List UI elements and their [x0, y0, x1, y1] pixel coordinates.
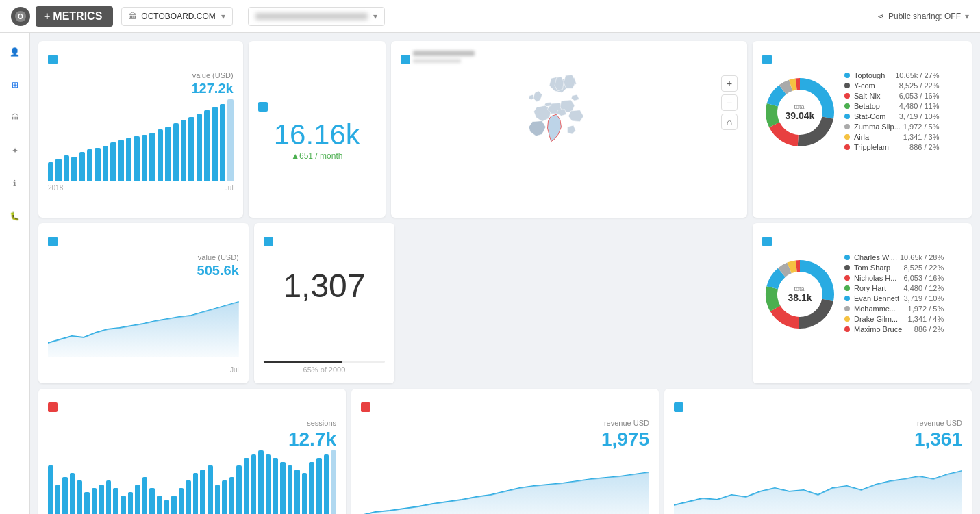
- bar-item: [197, 114, 202, 181]
- bottom-bar-item: [186, 480, 191, 514]
- bottom-bar-item: [244, 458, 249, 514]
- legend-name: Toptough: [854, 71, 892, 79]
- bar-item: [149, 133, 155, 181]
- bottom-bar-item: [128, 492, 134, 515]
- bar-item: [227, 99, 233, 181]
- legend-dot: [844, 306, 850, 311]
- legend-name: Rory Hart: [854, 284, 901, 292]
- bottom-bar-item: [92, 488, 97, 514]
- map-controls: + − ⌂: [721, 75, 738, 130]
- bar-item: [79, 152, 85, 181]
- legend-name: Nicholas H...: [854, 274, 901, 282]
- bottom-bar-item: [288, 465, 293, 514]
- legend-dot: [844, 285, 850, 291]
- bottom-bar-item: [157, 496, 162, 514]
- top-clients-donut: total 39.04k: [762, 75, 838, 150]
- bottom-bar-item: [121, 496, 126, 514]
- bottom-bar-item: [236, 465, 242, 514]
- legend-name: Tom Sharp: [854, 264, 901, 272]
- legend-value: 1,972 / 5%: [908, 305, 944, 313]
- sidebar-item-bug[interactable]: 🐛: [4, 205, 26, 227]
- top-clients-legend: Toptough10.65k / 27%Y-com8,525 / 22%Salt…: [844, 71, 939, 153]
- legend-value: 6,053 / 16%: [903, 274, 944, 282]
- legend-dot: [844, 326, 850, 332]
- bottom3-icon: [674, 402, 683, 412]
- bar-item: [87, 149, 92, 181]
- bottom-bar-item: [324, 454, 329, 515]
- legend-item: Rory Hart4,480 / 12%: [844, 284, 944, 292]
- map-home[interactable]: ⌂: [721, 114, 738, 130]
- sidebar-item-star[interactable]: ✦: [4, 140, 26, 162]
- legend-dot: [844, 134, 850, 140]
- total-revenue-widget: value (USD) 127.2k 2018 Jul: [38, 41, 243, 218]
- widget6-progress-label: 65% of 2000: [264, 365, 385, 374]
- map-spacer: [400, 223, 747, 383]
- legend-value: 886 / 2%: [914, 325, 944, 333]
- widget3-title: [413, 51, 475, 56]
- bottom-bar-item: [62, 477, 68, 515]
- bottom-bar-item: [316, 458, 322, 514]
- bar-item: [110, 142, 116, 181]
- bottom-bar-item: [331, 450, 336, 514]
- widget6-progress: 65% of 2000: [264, 361, 385, 374]
- sidebar-item-info[interactable]: ℹ: [4, 172, 26, 194]
- widget6-value: 1,307: [264, 267, 385, 305]
- bar-item: [103, 146, 108, 181]
- board-selector[interactable]: 🏛 OCTOBOARD.COM ▾: [121, 7, 232, 26]
- bottom-bar-item: [294, 470, 300, 515]
- widget6-icon: [264, 237, 273, 246]
- bottom-bar-item: [84, 492, 90, 515]
- bar-item: [204, 110, 210, 181]
- metrics-label: METRICS: [53, 10, 102, 23]
- top-nav: O + METRICS 🏛 OCTOBOARD.COM ▾ ▾ ⋖ Public…: [0, 0, 980, 33]
- legend-dot: [844, 83, 850, 88]
- sidebar-item-user[interactable]: 👤: [4, 41, 26, 63]
- bar-item: [95, 148, 100, 181]
- sidebar-item-dashboard[interactable]: ⊞: [4, 74, 26, 96]
- legend-name: Y-com: [854, 81, 896, 90]
- share-label: Public sharing: OFF: [888, 12, 961, 21]
- donut-segment: [799, 299, 833, 329]
- legend-item: Maximo Bruce886 / 2%: [844, 325, 944, 333]
- widget1-value-label: value (USD): [192, 71, 234, 79]
- legend-name: Betatop: [854, 102, 896, 110]
- board-icon: 🏛: [129, 12, 137, 21]
- legend-name: Tripplelam: [854, 143, 907, 151]
- legend-name: Salt-Nix: [854, 92, 896, 100]
- social-reach-widget: + − ⌂: [391, 41, 747, 218]
- donut-segment: [770, 306, 799, 329]
- bottom-bar-item: [215, 485, 221, 515]
- sidebar-item-bank[interactable]: 🏛: [4, 107, 26, 129]
- legend-name: Airla: [854, 133, 901, 141]
- legend-value: 3,719 / 10%: [903, 294, 944, 303]
- legend-value: 4,480 / 12%: [903, 284, 944, 292]
- website-leads-widget: revenue USD 1,975: [351, 389, 659, 514]
- legend-item: Tom Sharp8,525 / 22%: [844, 264, 944, 272]
- bottom3-value: 1,361: [674, 428, 962, 450]
- legend-name: Mohamme...: [854, 305, 905, 313]
- bar-item: [126, 138, 131, 181]
- legend-item: Airla1,341 / 3%: [844, 133, 939, 141]
- share-arrow: ▾: [965, 12, 969, 21]
- widget3-icon: [401, 55, 410, 64]
- bottom1-icon: [48, 402, 58, 412]
- metrics-button[interactable]: + METRICS: [36, 6, 113, 27]
- bottom-bar-item: [229, 477, 235, 515]
- legend-dot: [844, 316, 850, 322]
- widget4b-icon: [762, 237, 772, 246]
- legend-name: Stat-Com: [854, 112, 896, 120]
- legend-item: Mohamme...1,972 / 5%: [844, 305, 944, 313]
- bottom3-chart: [674, 450, 962, 514]
- legend-item: Betatop4,480 / 11%: [844, 102, 939, 110]
- share-button[interactable]: ⋖ Public sharing: OFF ▾: [877, 12, 969, 21]
- bottom-bar-item: [222, 480, 227, 514]
- map-zoom-out[interactable]: −: [721, 94, 738, 111]
- row-1: value (USD) 127.2k 2018 Jul 1: [38, 41, 972, 218]
- top-revenue-widget: revenue USD 1,361: [664, 389, 972, 514]
- filter-selector[interactable]: ▾: [248, 7, 385, 26]
- legend-value: 10.65k / 28%: [900, 253, 944, 261]
- map-zoom-in[interactable]: +: [721, 75, 738, 92]
- board-arrow: ▾: [221, 12, 225, 21]
- legend-dot: [844, 114, 850, 119]
- bottom-bar-item: [106, 480, 112, 514]
